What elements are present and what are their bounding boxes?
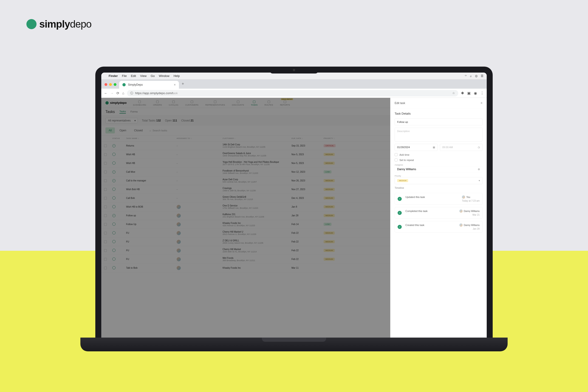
reload-icon[interactable]: ⟳ (116, 91, 120, 95)
assigned-cell (177, 257, 222, 261)
menubar-item[interactable]: Help (174, 74, 180, 78)
row-checkbox[interactable] (104, 223, 107, 226)
assigned-cell (177, 205, 222, 209)
window-close-icon[interactable] (104, 83, 107, 86)
add-time-checkbox[interactable]: Add time (394, 153, 482, 156)
col-customer[interactable]: CUSTOMER ↓ (222, 137, 292, 140)
row-checkbox[interactable] (104, 249, 107, 252)
status-icon[interactable]: ✓ (112, 179, 116, 182)
wifi-icon[interactable]: ⌔ (465, 74, 467, 78)
row-checkbox[interactable] (104, 206, 107, 208)
status-icon[interactable] (112, 266, 116, 269)
nav-item-tasks[interactable]: ▢TASKS (251, 100, 258, 106)
close-tab-icon[interactable]: × (174, 83, 176, 86)
row-checkbox[interactable] (104, 153, 107, 156)
col-assigned[interactable]: ASSIGNED TO ↓ (177, 137, 222, 140)
customer-cell: One D Service1751 Stillwell Ave, Brookly… (222, 204, 292, 209)
status-icon[interactable]: ✓ (112, 214, 116, 217)
status-icon[interactable]: ✓ (112, 144, 116, 148)
status-icon[interactable] (112, 162, 116, 165)
nav-item-discounts[interactable]: ▢DISCOUNTS (232, 100, 244, 106)
menubar-item[interactable]: Go (151, 74, 154, 78)
row-checkbox[interactable] (104, 188, 107, 191)
menubar-item[interactable]: Finder (109, 74, 118, 78)
row-checkbox[interactable] (104, 144, 107, 147)
status-icon[interactable] (112, 240, 116, 243)
row-checkbox[interactable] (104, 179, 107, 182)
bookmark-star-icon[interactable]: ☆ (452, 92, 455, 95)
nav-item-dashboard[interactable]: ▢DASHBOARD (133, 100, 146, 106)
home-icon[interactable]: ⌂ (122, 91, 124, 95)
profile-avatar-icon[interactable]: ◉ (474, 91, 477, 95)
status-icon[interactable] (112, 188, 116, 191)
nav-item-customers[interactable]: ▢CUSTOMERS (185, 100, 198, 106)
due-time-input[interactable]: 09:00 AM ◷ (440, 144, 483, 151)
assignee-field[interactable]: Assignee Danny Williams ⊕ (394, 164, 482, 172)
assignee-avatar-icon (177, 248, 181, 252)
menubar-item[interactable]: File (122, 74, 127, 78)
row-checkbox[interactable] (104, 197, 107, 200)
window-minimize-icon[interactable] (109, 83, 112, 86)
col-priority[interactable]: PRIORITY ↓ (324, 137, 346, 140)
forward-icon[interactable]: → (110, 91, 114, 95)
due-date-cell: Sep 15, 2023 (292, 144, 324, 147)
status-icon[interactable] (112, 222, 116, 226)
menubar-item[interactable]: Window (159, 74, 169, 78)
app-logo[interactable]: simplydepo (106, 101, 126, 104)
view-tab-all[interactable]: All (106, 128, 115, 134)
col-due[interactable]: DUE DATE ↓ (292, 137, 324, 140)
control-center-icon[interactable]: ☰ (481, 74, 484, 78)
assignee-avatar-icon (177, 205, 181, 209)
row-checkbox[interactable] (104, 258, 107, 261)
extensions-icon[interactable]: ✱ (461, 91, 464, 95)
due-date-input[interactable]: 01/28/2024 ▦ (394, 144, 438, 151)
customer-cell: Cherry Hill Market U2813 Avenue U, Brook… (222, 230, 292, 236)
task-name-input[interactable]: Follow up (394, 118, 482, 126)
url-bar[interactable]: ⓘ https://app.simplydepo.com/task ☆ (127, 90, 458, 96)
task-description-input[interactable]: Description (394, 128, 482, 142)
row-checkbox[interactable] (104, 162, 107, 165)
status-icon[interactable]: ✓ (112, 170, 116, 174)
status-icon[interactable] (112, 153, 116, 156)
view-tab-closed[interactable]: Closed (131, 128, 146, 134)
view-tab-open[interactable]: Open (116, 128, 129, 134)
tab-title: SimplyDepo (128, 83, 143, 86)
priority-field[interactable]: Priority MEDIUM ▾ (394, 175, 482, 184)
row-checkbox[interactable] (104, 232, 107, 234)
row-checkbox[interactable] (104, 266, 107, 269)
nav-item-catalog[interactable]: ▢CATALOG (169, 100, 178, 106)
row-checkbox[interactable] (104, 240, 107, 243)
timeline-user: Danny Williams (460, 210, 480, 213)
new-tab-button[interactable]: + (179, 82, 187, 89)
subtab-forms[interactable]: Forms (130, 110, 138, 114)
spotlight-icon[interactable]: ⌕ (470, 74, 472, 78)
row-checkbox[interactable] (104, 214, 107, 217)
add-assignee-icon[interactable]: ⊕ (478, 168, 480, 171)
search-tasks[interactable]: ⌕ Search tasks (150, 129, 167, 132)
subtab-tasks[interactable]: Tasks (120, 110, 126, 114)
status-icon[interactable] (112, 205, 116, 208)
back-icon[interactable]: ← (104, 91, 108, 95)
set-repeat-checkbox[interactable]: Set to repeat (394, 158, 482, 162)
col-task[interactable]: TASK NAME ↓ (126, 137, 177, 140)
row-checkbox[interactable] (104, 170, 107, 174)
nav-item-orders[interactable]: ▢ORDERS (153, 100, 162, 106)
nav-item-representatives[interactable]: ▢REPRESENTATIVES (205, 100, 225, 106)
chrome-menu-icon[interactable]: ⋮ (480, 91, 484, 95)
window-maximize-icon[interactable] (114, 83, 116, 86)
menubar-item[interactable]: Edit (131, 74, 136, 78)
nav-item-reports[interactable]: ▢REPORTSVISUAL REPORT (280, 100, 290, 106)
close-panel-icon[interactable]: × (480, 101, 482, 105)
col-status[interactable]: STATUS (112, 137, 126, 140)
browser-tab[interactable]: SimplyDepo × (119, 81, 179, 89)
user-icon[interactable]: ◎ (475, 74, 478, 78)
menubar-item[interactable]: View (140, 74, 146, 78)
status-icon[interactable] (112, 196, 116, 200)
rep-filter-select[interactable]: All representatives (106, 118, 138, 123)
status-icon[interactable] (112, 249, 116, 252)
sidepanel-icon[interactable]: ▣ (467, 91, 471, 95)
status-icon[interactable] (112, 258, 116, 261)
chrome-toolbar: ← → ⟳ ⌂ ⓘ https://app.simplydepo.com/tas… (101, 89, 487, 98)
status-icon[interactable] (112, 231, 116, 234)
nav-item-routes[interactable]: ▢ROUTES (264, 100, 273, 106)
